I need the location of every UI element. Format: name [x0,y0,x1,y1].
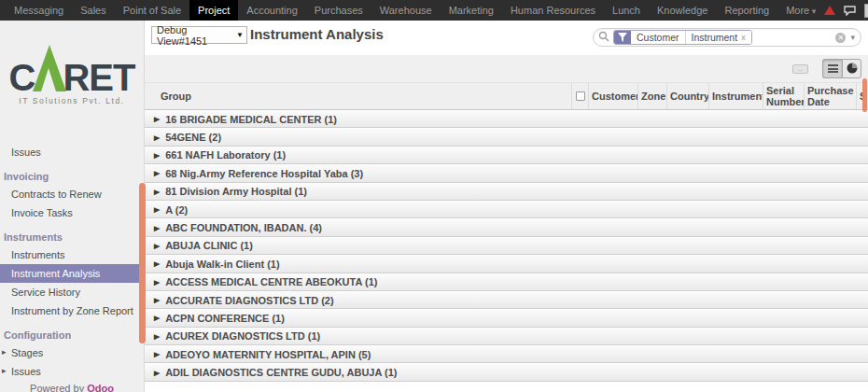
sidebar-scrollbar[interactable] [139,183,146,343]
group-row[interactable]: ▶ ADEOYO MATERNITY HOSPITAL, APIN (5) [145,345,868,363]
sidebar: C RET IT Solutions Pvt. Ltd. IssuesInvoi… [0,21,145,392]
group-row[interactable]: ▶ ABUJA CLINIC (1) [145,237,868,255]
expand-caret-icon: ▶ [154,151,160,159]
nav-item[interactable]: Project [189,0,238,21]
nav-item[interactable]: Messaging [6,0,72,21]
expand-caret-icon: ▶ [154,242,160,249]
nav-item[interactable]: Sales [72,0,115,21]
sidebar-item[interactable]: Issues [0,143,144,161]
expand-caret-icon: ▶ [154,224,160,231]
debug-view-select[interactable]: Debug View#1451 ▼ [151,26,247,44]
sidebar-item[interactable]: Contracts to Renew [0,185,144,203]
group-row[interactable]: ▶ Abuja Walk-in Client (1) [145,255,868,273]
nav-item[interactable]: Accounting [238,0,305,21]
list-view-button[interactable] [822,59,842,78]
column-header-purchase-date[interactable]: Purchase Date [804,83,856,109]
logo-tagline: IT Solutions Pvt. Ltd. [0,96,144,105]
search-icon [598,29,609,46]
group-row[interactable]: ▶ ACUREX DIAGNOSTICS LTD (1) [145,328,868,345]
group-row[interactable]: ▶ ADIL DIAGNOSTICS CENTRE GUDU, ABUJA (1… [145,363,868,381]
sidebar-item: Configuration [0,323,144,343]
sidebar-item[interactable]: Issues [0,362,144,381]
column-header-serial-number[interactable]: Serial Number [763,83,804,109]
expand-caret-icon: ▶ [154,260,160,268]
nav-item[interactable]: Point of Sale [115,0,189,21]
group-row[interactable]: ▶ ACPN CONFERENCE (1) [145,309,868,327]
user-avatar [864,4,868,18]
group-row-label: ACCESS MEDICAL CENTRE ABEOKUTA (1) [165,276,377,287]
column-header-instrument[interactable]: Instrument [708,83,763,109]
view-switcher [822,59,861,78]
group-row-label: 16 BRIGADE MEDICAL CENTER (1) [165,114,337,125]
column-header-group[interactable]: Group [145,83,571,109]
sidebar-item[interactable]: Invoice Tasks [0,203,144,222]
sidebar-item[interactable]: Stages [0,343,144,362]
column-header-zone[interactable]: Zone [637,83,666,109]
sidebar-item: Instruments [0,225,144,245]
chat-bubble-icon[interactable] [844,6,856,16]
search-clear-icon[interactable]: ✕ [835,33,846,43]
nav-item[interactable]: Warehouse [371,0,441,21]
view-toolbar: ... [145,55,868,82]
expand-caret-icon: ▶ [154,116,160,123]
expand-caret-icon: ▶ [154,170,160,177]
select-all-cell [571,83,588,109]
facet-label: Customer [637,32,679,43]
pager[interactable]: ... [792,64,808,74]
content-scrollbar[interactable] [862,78,867,112]
alert-triangle-icon[interactable] [824,6,835,15]
search-bar[interactable]: Customer Instrument x ✕ ▾ [593,28,861,47]
group-row[interactable]: ▶ 81 Division Army Hospital (1) [145,183,868,201]
list-view-icon [828,64,838,73]
facet-value-instrument[interactable]: Instrument x [685,31,751,44]
group-row[interactable]: ▶ ABC FOUNDATION, IBADAN. (4) [145,218,868,236]
group-row[interactable]: ▶ 661 NAFH Laboratory (1) [145,147,868,164]
company-logo: C RET IT Solutions Pvt. Ltd. [0,21,144,105]
odoo-brand-link[interactable]: Odoo [87,383,114,392]
group-row[interactable]: ▶ ACCURATE DIAGNOSTICS LTD (2) [145,291,868,309]
group-row-label: ACUREX DIAGNOSTICS LTD (1) [165,330,320,342]
page-title: Instrument Analysis [250,26,384,42]
table-header: Group Customer Zone Country Instrument S… [145,82,868,110]
sidebar-item: Invoicing [0,164,144,185]
expand-caret-icon: ▶ [154,133,160,141]
group-row[interactable]: ▶ A (2) [145,201,868,218]
group-row[interactable]: ▶ 16 BRIGADE MEDICAL CENTER (1) [145,110,868,128]
graph-view-button[interactable] [842,59,861,78]
sidebar-item[interactable]: Service History [0,283,144,301]
sidebar-menu: IssuesInvoicingContracts to RenewInvoice… [0,143,144,381]
facet-value-customer[interactable]: Customer [631,31,685,44]
group-row[interactable]: ▶ 54GENE (2) [145,128,868,146]
filter-funnel-icon [614,31,631,44]
expand-caret-icon: ▶ [154,188,160,195]
nav-item[interactable]: Marketing [441,0,502,21]
select-all-checkbox[interactable] [576,91,585,101]
group-row[interactable]: ▶ ACCESS MEDICAL CENTRE ABEOKUTA (1) [145,273,868,291]
group-row-label: 661 NAFH Laboratory (1) [165,149,286,161]
expand-caret-icon: ▶ [154,351,160,358]
nav-item[interactable]: Lunch [604,0,649,21]
facet-remove-icon[interactable]: x [741,33,746,42]
column-header-country[interactable]: Country [666,83,708,109]
sidebar-item[interactable]: Instruments [0,245,144,264]
logo-caret-icon [31,43,68,95]
logo-letters-rest: RET [63,63,134,93]
search-options-caret-icon[interactable]: ▾ [850,33,855,42]
nav-menu: MessagingSalesPoint of SaleProjectAccoun… [0,0,824,21]
group-row-label: ACPN CONFERENCE (1) [165,313,285,324]
nav-item[interactable]: Reporting [716,0,777,21]
nav-item[interactable]: Human Resources [502,0,604,21]
group-row-label: ADEOYO MATERNITY HOSPITAL, APIN (5) [165,349,371,360]
nav-item[interactable]: Knowledge [649,0,716,21]
sidebar-item[interactable]: Instrument by Zone Report [0,301,144,320]
group-row[interactable]: ▶ 68 Nig.Army Reference Hospital Yaba (3… [145,164,868,182]
search-facet: Customer Instrument x [613,30,752,45]
group-row-label: 54GENE (2) [165,132,221,143]
column-header-customer[interactable]: Customer [588,83,637,109]
nav-item[interactable]: Purchases [306,0,371,21]
nav-item[interactable]: More [777,0,824,21]
sidebar-item[interactable]: Instrument Analysis [0,264,144,283]
debug-view-value: Debug View#1451 [157,24,236,47]
expand-caret-icon: ▶ [154,206,160,214]
group-row-label: ABC FOUNDATION, IBADAN. (4) [165,222,322,233]
